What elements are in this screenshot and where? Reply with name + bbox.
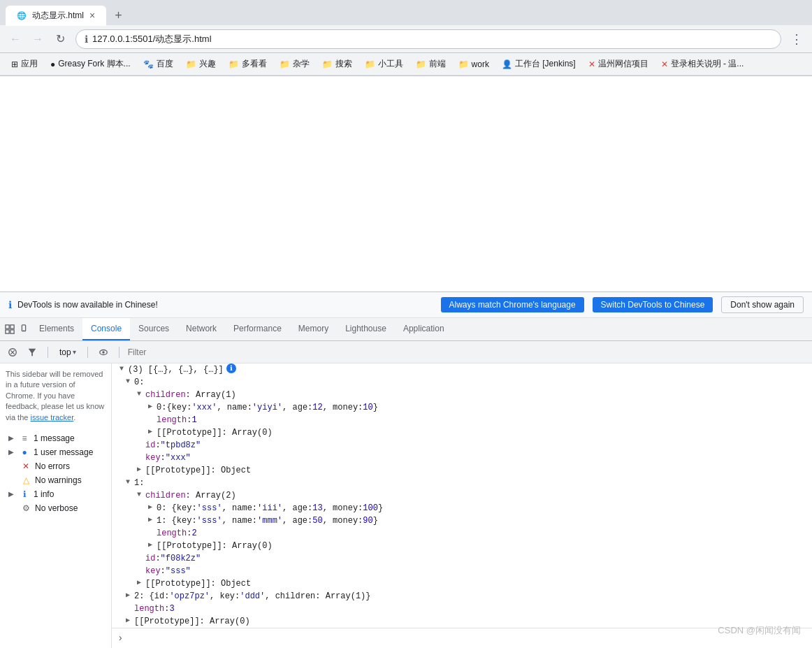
top-context-selector[interactable]: top ▾ [57,346,79,359]
bookmark-wz2[interactable]: ✕ 登录相关说明 - 温... [655,56,750,72]
expand-toggle-root[interactable]: ▼ [119,363,126,374]
devtools-inspect-button[interactable] [3,322,17,336]
console-prompt-line[interactable]: › [112,628,812,648]
bookmark-apps[interactable]: ⊞ 应用 [6,56,43,72]
tab-network[interactable]: Network [177,318,225,340]
sidebar-label-info: 1 info [34,489,54,499]
tree-proto-array-0[interactable]: ▶ [[Prototype]]: Array(0) [112,426,812,439]
toggle-0[interactable]: ▼ [126,376,133,387]
bookmark-tools[interactable]: 📁 小工具 [359,56,409,72]
svg-point-5 [23,330,24,331]
toggle-child-1-0[interactable]: ▶ [148,502,155,512]
reload-button[interactable]: ↻ [50,29,70,49]
info-arrow-icon: ▶ [8,490,14,498]
tree-key-0[interactable]: key : "xxx" [112,452,812,464]
tree-length-0[interactable]: length : 1 [112,414,812,426]
key-children-1: children [145,489,186,502]
tree-item-0[interactable]: ▼ 0: [112,376,812,389]
key-length-root: length [134,603,164,615]
toggle-children-1[interactable]: ▼ [137,489,144,500]
console-input[interactable] [129,631,806,641]
bookmark-duokankan[interactable]: 📁 多看看 [223,56,273,72]
toggle-proto-root[interactable]: ▶ [126,615,133,626]
tab-lighthouse[interactable]: Lighthouse [337,318,395,340]
errors-icon: ✕ [21,461,31,471]
tree-item-2[interactable]: ▶ 2: {id: 'opz7pz' , key: 'ddd' , childr… [112,590,812,603]
tree-children-1[interactable]: ▼ children : Array(2) [112,489,812,502]
tree-proto-obj-1[interactable]: ▶ [[Prototype]]: Object [112,577,812,590]
toggle-child-0-0[interactable]: ▶ [148,401,155,412]
close-icon-2: ✕ [661,59,668,69]
back-button[interactable]: ← [6,29,25,49]
tree-proto-array-root[interactable]: ▶ [[Prototype]]: Array(0) [112,615,812,628]
filter-button[interactable] [25,345,39,359]
match-language-button[interactable]: Always match Chrome's language [441,297,584,312]
close-icon-1: ✕ [588,59,595,69]
console-line-root[interactable]: ▼ (3) [{…}, {…}, {…}] ℹ [112,363,812,376]
bookmark-baidu[interactable]: 🐾 百度 [138,56,179,72]
forward-button[interactable]: → [28,29,48,49]
extensions-button[interactable]: ⋮ [787,29,806,49]
new-tab-btn[interactable]: + [109,6,128,26]
tree-key-1[interactable]: key : "sss" [112,565,812,577]
tree-length-1[interactable]: length : 2 [112,527,812,540]
tab-application[interactable]: Application [395,318,453,340]
svg-rect-1 [10,325,14,329]
toggle-2[interactable]: ▶ [126,590,133,600]
toggle-child-1-1[interactable]: ▶ [148,514,155,525]
tree-proto-obj-0[interactable]: ▶ [[Prototype]]: Object [112,464,812,477]
eye-icon-button[interactable] [96,345,110,359]
tab-memory[interactable]: Memory [290,318,337,340]
folder-icon-2: 📁 [229,59,239,69]
tree-child-0-0[interactable]: ▶ 0: {key: 'xxx' , name: 'yiyi' , age: 1… [112,401,812,414]
sidebar-item-messages[interactable]: ▶ ≡ 1 message [6,431,106,445]
toggle-proto-1[interactable]: ▶ [137,577,144,588]
toggle-1[interactable]: ▼ [126,477,133,487]
toggle-proto-array-0[interactable]: ▶ [148,426,155,437]
issue-tracker-link[interactable]: issue tracker [30,413,73,422]
toggle-children-0[interactable]: ▼ [137,389,144,399]
tree-id-1[interactable]: id : "f08k2z" [112,552,812,565]
tree-child-1-1[interactable]: ▶ 1: {key: 'sss' , name: 'mmm' , age: 50… [112,514,812,527]
top-label: top [59,347,71,357]
key-children-0: children [145,389,186,401]
tab-sources[interactable]: Sources [130,318,177,340]
toggle-proto-0[interactable]: ▶ [137,464,144,475]
tab-performance[interactable]: Performance [225,318,290,340]
devtools-toolbar: top ▾ [0,341,812,363]
tree-item-1[interactable]: ▼ 1: [112,477,812,489]
address-bar[interactable]: ℹ 127.0.0.1:5501/动态显示.html [75,29,781,49]
tab-elements[interactable]: Elements [31,318,82,340]
dont-show-again-button[interactable]: Don't show again [721,296,804,313]
tree-id-0[interactable]: id : "tpbd8z" [112,439,812,452]
switch-to-chinese-button[interactable]: Switch DevTools to Chinese [593,297,713,312]
bookmark-frontend[interactable]: 📁 前端 [410,56,451,72]
sidebar-item-warnings[interactable]: △ No warnings [6,473,106,487]
bookmark-jenkins[interactable]: 👤 工作台 [Jenkins] [496,56,581,72]
toolbar-separator [48,347,48,358]
tab-console[interactable]: Console [82,318,130,340]
tree-child-1-0[interactable]: ▶ 0: {key: 'sss' , name: 'iii' , age: 13… [112,502,812,514]
clear-console-button[interactable] [6,345,20,359]
sidebar-item-verbose[interactable]: ⚙ No verbose [6,501,106,515]
tree-length-root[interactable]: length : 3 [112,603,812,615]
filter-input[interactable] [128,347,806,357]
jenkins-icon: 👤 [502,59,512,69]
sidebar-item-errors[interactable]: ✕ No errors [6,459,106,473]
sidebar-item-user-messages[interactable]: ▶ ● 1 user message [6,445,106,459]
tree-proto-array-1[interactable]: ▶ [[Prototype]]: Array(0) [112,540,812,552]
bookmark-wz1[interactable]: ✕ 温州网信项目 [583,56,654,72]
sidebar-item-info[interactable]: ▶ ℹ 1 info [6,487,106,501]
devtools-mobile-button[interactable] [17,322,31,336]
tab-close-icon[interactable]: × [89,10,95,21]
tree-children-0[interactable]: ▼ children : Array(1) [112,389,812,401]
bookmark-work[interactable]: 📁 work [453,57,495,71]
bookmark-greasyfork[interactable]: ● Greasy Fork 脚本... [45,56,136,72]
bookmark-zaxue[interactable]: 📁 杂学 [274,56,315,72]
bookmark-search[interactable]: 📁 搜索 [317,56,358,72]
bookmark-xingqu[interactable]: 📁 兴趣 [180,56,222,72]
folder-icon-5: 📁 [365,59,375,69]
console-output[interactable]: ▼ (3) [{…}, {…}, {…}] ℹ ▼ 0: ▼ children … [112,363,812,648]
csdn-watermark: CSDN @闲闻没有闻 [718,624,801,637]
toggle-proto-array-1[interactable]: ▶ [148,540,155,550]
